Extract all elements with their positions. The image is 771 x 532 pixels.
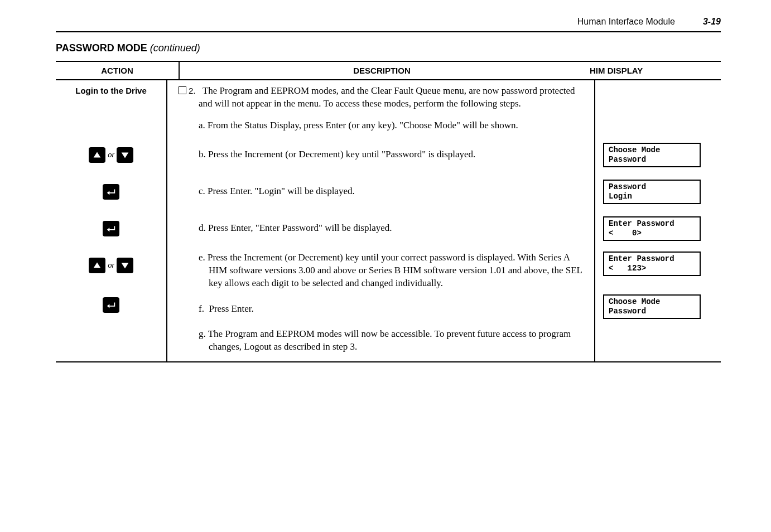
or-label: or — [108, 151, 114, 159]
item-f-letter: f. — [199, 303, 204, 314]
him-display-c: Password Login — [603, 180, 701, 204]
action-cell-b: or — [56, 137, 167, 173]
svg-marker-0 — [94, 152, 101, 157]
svg-marker-2 — [94, 262, 101, 268]
him-cell-b: Choose Mode Password — [595, 137, 721, 173]
item-c-text: Press Enter. "Login" will be displayed. — [208, 186, 355, 196]
action-cell-c — [56, 173, 167, 210]
desc-item-e: e. Press the Increment (or Decrement) ke… — [167, 247, 595, 294]
increment-key-icon — [89, 147, 105, 163]
svg-marker-3 — [121, 263, 128, 268]
action-cell-g — [56, 323, 167, 361]
header-title: Human Interface Module — [577, 17, 675, 27]
him-display-b: Choose Mode Password — [603, 143, 701, 167]
item-g-letter: g. — [199, 328, 206, 339]
col-header-him: HIM DISPLAY — [584, 61, 721, 80]
enter-key-icon — [103, 221, 119, 236]
desc-item-f: f. Press Enter. — [167, 294, 595, 323]
item-a-text: From the Status Display, press Enter (or… — [208, 120, 518, 130]
decrement-key-icon — [117, 147, 133, 163]
item-f-text: Press Enter. — [209, 303, 253, 314]
step2-intro-text: The Program and EEPROM modes, and the Cl… — [199, 85, 575, 109]
svg-marker-1 — [121, 152, 128, 158]
desc-item-a: a. From the Status Display, press Enter … — [167, 115, 595, 137]
decrement-key-icon — [117, 258, 133, 273]
action-cell-login: Login to the Drive — [56, 80, 167, 115]
desc-item-g: g. The Program and EEPROM modes will now… — [167, 323, 595, 361]
item-a-letter: a. — [199, 120, 205, 130]
item-e-text: Press the Increment (or Decrement) key u… — [208, 252, 582, 288]
him-cell-d: Enter Password < 0> — [595, 210, 721, 247]
col-header-description: DESCRIPTION — [179, 61, 584, 80]
him-cell-a — [595, 115, 721, 137]
desc-item-c: c. Press Enter. "Login" will be displaye… — [167, 173, 595, 210]
step-number: 2. — [189, 86, 196, 95]
him-display-d: Enter Password < 0> — [603, 216, 701, 241]
action-cell-f — [56, 294, 167, 323]
desc-step2-intro: 2. The Program and EEPROM modes, and the… — [167, 80, 595, 115]
action-cell-e: or — [56, 247, 167, 294]
item-d-letter: d. — [199, 223, 206, 233]
desc-item-d: d. Press Enter, "Enter Password" will be… — [167, 210, 595, 247]
item-g-text: The Program and EEPROM modes will now be… — [208, 328, 571, 352]
desc-item-b: b. Press the Increment (or Decrement) ke… — [167, 137, 595, 173]
col-header-action: ACTION — [56, 61, 179, 80]
action-cell-d — [56, 210, 167, 247]
page-number: 3-19 — [703, 17, 721, 27]
item-e-letter: e. — [199, 252, 205, 263]
action-label: Login to the Drive — [64, 86, 158, 95]
action-cell-a — [56, 115, 167, 137]
enter-key-icon — [103, 297, 119, 313]
him-cell-c: Password Login — [595, 173, 721, 210]
item-c-letter: c. — [199, 186, 205, 196]
password-mode-table: ACTION DESCRIPTION HIM DISPLAY Login to … — [56, 61, 721, 362]
him-display-e: Enter Password < 123> — [603, 252, 701, 276]
item-b-text: Press the Increment (or Decrement) key u… — [208, 149, 475, 159]
item-d-text: Press Enter, "Enter Password" will be di… — [208, 223, 392, 233]
him-cell-empty-1 — [595, 80, 721, 115]
section-title-cont: (continued) — [147, 42, 200, 54]
him-cell-e: Enter Password < 123> — [595, 247, 721, 294]
page-header: Human Interface Module 3-19 — [56, 17, 721, 32]
him-cell-f: Choose Mode Password — [595, 294, 721, 323]
him-display-f: Choose Mode Password — [603, 294, 701, 319]
enter-key-icon — [103, 184, 119, 200]
section-title: PASSWORD MODE (continued) — [56, 32, 721, 61]
or-label: or — [108, 261, 114, 269]
item-b-letter: b. — [199, 149, 206, 159]
section-title-text: PASSWORD MODE — [56, 42, 147, 54]
him-cell-g — [595, 323, 721, 361]
checkbox-icon — [179, 86, 186, 94]
increment-key-icon — [89, 258, 105, 273]
